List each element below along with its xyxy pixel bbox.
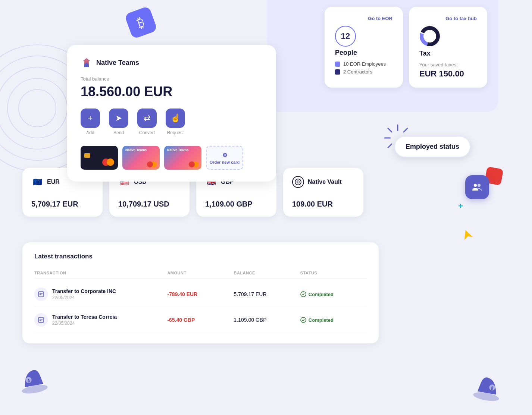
eor-card: Go to EOR 12 People 10 EOR Employees 2 C… <box>325 7 403 88</box>
svg-text:₿: ₿ <box>27 378 30 383</box>
tax-card: Go to tax hub Tax Your saved taxes: EUR … <box>409 7 487 88</box>
go-to-tax-link[interactable]: Go to tax hub <box>445 16 477 21</box>
order-card-label: Order new card <box>210 160 240 164</box>
vault-header: Native Vault <box>292 176 354 188</box>
add-button[interactable]: + <box>81 109 100 128</box>
table-row[interactable]: Transfer to Corporate INC 22/05/2024 -78… <box>34 282 367 307</box>
action-buttons-row: + Add ➤ Send ⇄ Convert ☝ Request <box>81 109 263 135</box>
svg-point-34 <box>25 377 32 384</box>
eur-code: EUR <box>47 179 60 185</box>
scene: ₿ Go to EOR 12 People 10 EOR Employees 2… <box>0 0 532 415</box>
svg-line-26 <box>388 128 392 132</box>
svg-point-4 <box>19 89 56 127</box>
svg-point-13 <box>297 181 299 183</box>
people-count: 12 <box>335 26 356 47</box>
transactions-section: Latest transactions TRANSACTION AMOUNT B… <box>22 242 379 343</box>
card-chip <box>84 153 90 158</box>
tx1-details: Transfer to Corporate INC 22/05/2024 <box>52 288 116 300</box>
tx2-name: Transfer to Teresa Correia <box>52 314 117 320</box>
send-label: Send <box>113 130 124 135</box>
completed-check-icon-2 <box>300 317 306 323</box>
gbp-amount: 1,109.00 GBP <box>205 200 267 208</box>
tx1-status-text: Completed <box>309 292 334 297</box>
tx2-icon <box>34 313 48 327</box>
tx1-name: Transfer to Corporate INC <box>52 288 116 294</box>
mc2-red-circle <box>189 161 195 167</box>
virtual-card-2[interactable]: Native Teams <box>164 146 201 170</box>
send-button[interactable]: ➤ <box>109 109 128 128</box>
tx2-date: 22/05/2024 <box>52 321 117 326</box>
native-vault-card[interactable]: Native Vault 109.00 EUR <box>283 168 363 217</box>
convert-label: Convert <box>139 130 155 135</box>
balance-amount: 18.560.00 EUR <box>81 84 263 100</box>
plus-decoration: + <box>458 201 463 211</box>
brand-header: Native Teams <box>81 57 263 69</box>
employed-status-badge[interactable]: Employed status <box>394 136 470 157</box>
balance-label: Total balance <box>81 76 263 82</box>
tx1-icon <box>34 287 48 301</box>
brand-name: Native Teams <box>96 59 139 67</box>
svg-rect-14 <box>38 292 44 297</box>
svg-rect-18 <box>38 317 44 323</box>
tx1-status: Completed <box>300 291 367 297</box>
go-to-eor-link[interactable]: Go to EOR <box>368 16 392 21</box>
vault-code: Native Vault <box>308 179 342 185</box>
svg-marker-32 <box>461 229 473 240</box>
tx1-info: Transfer to Corporate INC 22/05/2024 <box>34 287 167 301</box>
svg-point-30 <box>474 184 477 187</box>
col-transaction: TRANSACTION <box>34 271 167 275</box>
request-action: ☝ Request <box>166 109 185 135</box>
tx2-amount: -65.40 GBP <box>167 317 234 323</box>
top-cards-container: Go to EOR 12 People 10 EOR Employees 2 C… <box>325 7 487 88</box>
order-new-card-button[interactable]: ⊕ Order new card <box>206 146 243 170</box>
tx1-balance: 5.709.17 EUR <box>234 291 300 297</box>
virtual-card-1[interactable]: Native Teams <box>122 146 160 170</box>
eor-employees-text: 10 EOR Employees <box>343 61 386 67</box>
send-action: ➤ Send <box>109 109 128 135</box>
tx1-amount: -789.40 EUR <box>167 291 234 297</box>
request-button[interactable]: ☝ <box>166 109 185 128</box>
contractors-text: 2 Contractors <box>343 69 372 75</box>
yellow-arrow-decoration <box>459 226 477 245</box>
contractors-legend: 2 Contractors <box>335 69 392 75</box>
order-plus-icon: ⊕ <box>222 151 227 158</box>
card-brand-dots <box>102 158 114 166</box>
convert-action: ⇄ Convert <box>137 109 157 135</box>
table-header: TRANSACTION AMOUNT BALANCE STATUS <box>34 268 367 279</box>
svg-point-21 <box>301 317 306 323</box>
svg-text:₿: ₿ <box>135 14 147 31</box>
card-circle-orange <box>107 158 114 166</box>
col-balance: BALANCE <box>234 271 300 275</box>
tx2-status-text: Completed <box>309 317 334 323</box>
table-row[interactable]: Transfer to Teresa Correia 22/05/2024 -6… <box>34 307 367 333</box>
tax-saved-label: Your saved taxes: <box>419 62 477 67</box>
tx2-status: Completed <box>300 317 367 323</box>
svg-line-29 <box>388 144 392 148</box>
people-label: People <box>335 49 392 57</box>
col-amount: AMOUNT <box>167 271 234 275</box>
tx1-date: 22/05/2024 <box>52 295 116 300</box>
people-icon-button[interactable] <box>465 175 489 199</box>
eur-flag-icon: 🇪🇺 <box>31 176 43 188</box>
svg-rect-5 <box>124 6 158 40</box>
svg-point-3 <box>7 78 67 138</box>
svg-point-31 <box>478 184 481 187</box>
svg-point-33 <box>21 383 48 395</box>
completed-check-icon <box>300 291 306 297</box>
svg-point-2 <box>0 67 78 149</box>
wallet-card: Native Teams Total balance 18.560.00 EUR… <box>67 45 276 182</box>
physical-card[interactable] <box>81 146 118 170</box>
vault-amount: 109.00 EUR <box>292 200 354 208</box>
convert-button[interactable]: ⇄ <box>137 109 157 128</box>
brand-logo-icon <box>81 57 93 69</box>
tx2-balance: 1.109.00 GBP <box>234 317 300 323</box>
tax-donut-chart <box>419 26 477 47</box>
svg-line-28 <box>404 128 407 132</box>
svg-point-17 <box>301 292 306 297</box>
usd-amount: 10,709.17 USD <box>118 200 181 208</box>
eur-amount: 5,709.17 EUR <box>31 200 94 208</box>
col-status: STATUS <box>300 271 367 275</box>
tx2-info: Transfer to Teresa Correia 22/05/2024 <box>34 313 167 327</box>
transactions-title: Latest transactions <box>34 253 367 260</box>
add-action: + Add <box>81 109 100 135</box>
